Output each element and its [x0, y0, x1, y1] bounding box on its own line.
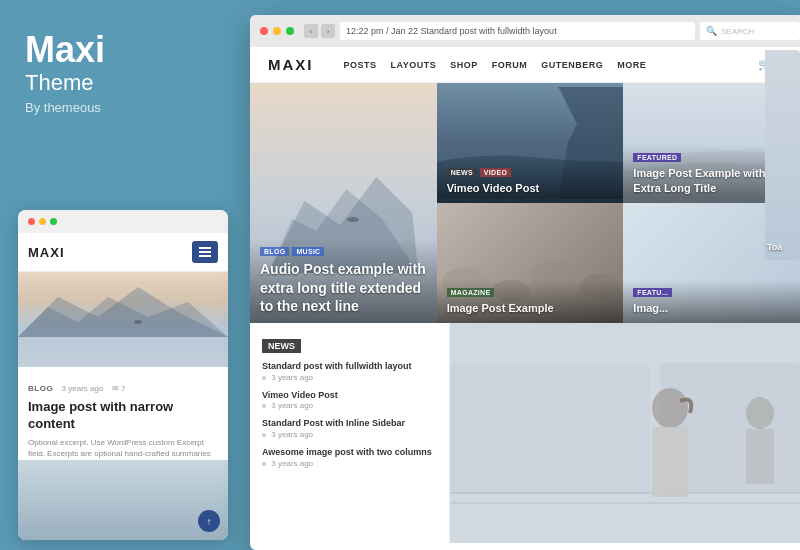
left-panel: Maxi Theme By themeous MAXI BLOG: [0, 0, 245, 550]
browser-url-bar[interactable]: 12:22 pm / Jan 22 Standard post with ful…: [340, 22, 695, 40]
mobile-post-comments: ✉ 7: [112, 384, 126, 393]
top-middle-tags: NEWS VIDEO: [447, 168, 614, 177]
news-item-time-3: 3 years ago: [262, 430, 437, 439]
news-item-title-1: Standard post with fullwidth layout: [262, 361, 437, 373]
mobile-dot-red: [28, 218, 35, 225]
tag-blog: BLOG: [260, 247, 289, 256]
time-dot-4: [262, 462, 266, 466]
mobile-dot-yellow: [39, 218, 46, 225]
news-item-4[interactable]: Awesome image post with two columns 3 ye…: [262, 447, 437, 468]
bottom-middle-title: Image Post Example: [447, 301, 614, 315]
brand-by: By themeous: [25, 100, 220, 115]
mobile-dot-green: [50, 218, 57, 225]
brand-title: Maxi: [25, 30, 220, 70]
tag-magazine: MAGAZINE: [447, 288, 495, 297]
brand-subtitle: Theme: [25, 70, 220, 96]
mountain-scene: [18, 272, 228, 367]
nav-item-shop[interactable]: SHOP: [450, 60, 478, 70]
browser-forward-button[interactable]: ›: [321, 24, 335, 38]
news-item-1[interactable]: Standard post with fullwidth layout 3 ye…: [262, 361, 437, 382]
top-middle-overlay: NEWS VIDEO Vimeo Video Post: [437, 160, 624, 203]
browser-search-bar[interactable]: 🔍 SEARCH: [700, 22, 800, 40]
toa-label: Toa: [767, 242, 782, 252]
large-cell-tags: BLOG MUSIC: [260, 247, 427, 256]
mobile-logo: MAXI: [28, 245, 65, 260]
mobile-post-tag: BLOG: [28, 384, 53, 393]
mobile-scroll-button[interactable]: ↑: [198, 510, 220, 532]
arrow-up-icon: ↑: [207, 516, 212, 527]
nav-item-gutenberg[interactable]: GUTENBERG: [541, 60, 603, 70]
browser-url-text: 12:22 pm / Jan 22 Standard post with ful…: [346, 26, 557, 36]
svg-point-16: [746, 397, 774, 429]
time-dot-1: [262, 376, 266, 380]
mobile-titlebar: [18, 210, 228, 233]
bottom-right-overlay: FEATU... Imag...: [623, 280, 800, 323]
nav-item-more[interactable]: MORE: [617, 60, 646, 70]
nav-items: POSTS LAYOUTS SHOP FORUM GUTENBERG MORE: [344, 60, 759, 70]
tag-news: NEWS: [447, 168, 477, 177]
posts-grid: BLOG MUSIC Audio Post example with extra…: [250, 83, 800, 323]
news-item-time-2: 3 years ago: [262, 401, 437, 410]
browser-window: ‹ › 12:22 pm / Jan 22 Standard post with…: [250, 15, 800, 550]
news-item-title-2: Vimeo Video Post: [262, 390, 437, 402]
browser-back-button[interactable]: ‹: [304, 24, 318, 38]
hamburger-icon: [199, 251, 211, 253]
search-icon: 🔍: [706, 26, 717, 36]
toa-partial-image: Toa: [765, 50, 800, 260]
news-item-3[interactable]: Standard Post with Inline Sidebar 3 year…: [262, 418, 437, 439]
mountain-svg: [18, 277, 228, 337]
tag-video: VIDEO: [480, 168, 511, 177]
mobile-post-title: Image post with narrow content: [28, 399, 218, 433]
site-logo[interactable]: MAXI: [268, 56, 314, 73]
news-item-2[interactable]: Vimeo Video Post 3 years ago: [262, 390, 437, 411]
svg-rect-17: [746, 429, 774, 484]
time-dot-3: [262, 433, 266, 437]
news-item-time-4: 3 years ago: [262, 459, 437, 468]
news-item-title-4: Awesome image post with two columns: [262, 447, 437, 459]
nav-item-posts[interactable]: POSTS: [344, 60, 377, 70]
news-label: NEWS: [262, 339, 301, 353]
tag-featured-partial: FEATU...: [633, 288, 672, 297]
grid-cell-large[interactable]: BLOG MUSIC Audio Post example with extra…: [250, 83, 437, 323]
grid-cell-bottom-middle[interactable]: MAGAZINE Image Post Example: [437, 203, 624, 323]
mobile-menu-button[interactable]: [192, 241, 218, 263]
search-placeholder: SEARCH: [721, 27, 754, 36]
mobile-post-image: [18, 272, 228, 367]
svg-rect-10: [450, 363, 650, 493]
browser-dot-yellow[interactable]: [273, 27, 281, 35]
large-cell-title: Audio Post example with extra long title…: [260, 260, 427, 315]
news-item-time-1: 3 years ago: [262, 373, 437, 382]
browser-dot-red[interactable]: [260, 27, 268, 35]
svg-point-14: [652, 388, 688, 428]
mobile-bottom-section: ↑: [18, 460, 228, 540]
svg-rect-15: [652, 427, 688, 497]
mobile-mockup: MAXI BLOG 3 years ago ✉ 7 Image post wit…: [18, 210, 228, 540]
bottom-middle-tags: MAGAZINE: [447, 288, 614, 297]
bottom-right-tags: FEATU...: [633, 288, 800, 297]
browser-dot-green[interactable]: [286, 27, 294, 35]
news-item-title-3: Standard Post with Inline Sidebar: [262, 418, 437, 430]
tag-featured: FEATURED: [633, 153, 681, 162]
nav-item-layouts[interactable]: LAYOUTS: [391, 60, 437, 70]
time-dot-2: [262, 404, 266, 408]
feature-bg-svg: [450, 323, 800, 543]
bottom-middle-overlay: MAGAZINE Image Post Example: [437, 280, 624, 323]
bottom-section: NEWS Standard post with fullwidth layout…: [250, 323, 800, 543]
mobile-post-meta: 3 years ago: [62, 384, 104, 393]
browser-nav: ‹ ›: [304, 24, 335, 38]
tag-music: MUSIC: [292, 247, 324, 256]
news-list: NEWS Standard post with fullwidth layout…: [250, 323, 450, 543]
mobile-header: MAXI: [18, 233, 228, 272]
grid-cell-top-middle[interactable]: NEWS VIDEO Vimeo Video Post: [437, 83, 624, 203]
large-cell-overlay: BLOG MUSIC Audio Post example with extra…: [250, 239, 437, 323]
feature-image: [450, 323, 800, 543]
browser-chrome: ‹ › 12:22 pm / Jan 22 Standard post with…: [250, 15, 800, 47]
top-middle-title: Vimeo Video Post: [447, 181, 614, 195]
site-nav: MAXI POSTS LAYOUTS SHOP FORUM GUTENBERG …: [250, 47, 800, 83]
nav-item-forum[interactable]: FORUM: [492, 60, 528, 70]
bottom-right-title: Imag...: [633, 301, 800, 315]
